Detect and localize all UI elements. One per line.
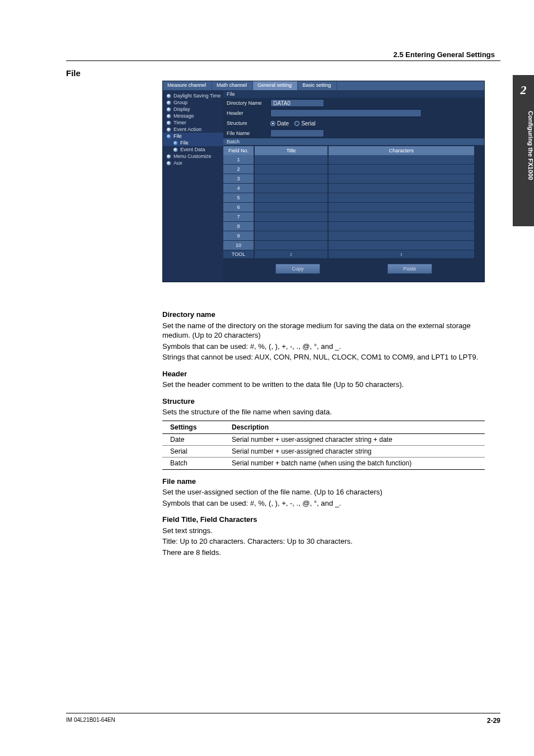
- sidebar-item-dst[interactable]: Daylight Saving Time: [163, 92, 223, 99]
- grid-cell-characters[interactable]: [329, 241, 474, 250]
- structure-option-serial[interactable]: Serial: [294, 120, 316, 127]
- grid-cell-title[interactable]: [255, 193, 327, 203]
- sidebar-item-file[interactable]: File: [163, 133, 223, 139]
- heading-structure: Structure: [162, 396, 485, 407]
- sidebar-item-timer[interactable]: Timer: [163, 119, 223, 126]
- side-menu: Daylight Saving Time Group Display Messa…: [163, 90, 223, 282]
- grid-cell-characters[interactable]: [329, 165, 474, 174]
- grid-cell-title[interactable]: [255, 212, 327, 222]
- grid-cell-characters[interactable]: [329, 212, 474, 222]
- grid-row-num: 3: [223, 174, 254, 184]
- grid-cell-title[interactable]: [255, 165, 327, 174]
- table-cell: Serial number + batch name (when using t…: [224, 458, 485, 469]
- grid-cell-characters[interactable]: [329, 222, 474, 231]
- batch-bar: Batch: [223, 138, 484, 145]
- table-header-settings: Settings: [162, 421, 224, 433]
- radio-icon: [166, 127, 171, 132]
- app-window: Measure channel Math channel General set…: [162, 81, 485, 282]
- sidebar-item-file-sub[interactable]: File: [163, 139, 223, 146]
- sidebar-item-event-action[interactable]: Event Action: [163, 126, 223, 133]
- structure-option-date[interactable]: Date: [270, 120, 289, 127]
- table-cell: Serial: [162, 446, 224, 458]
- paste-button[interactable]: Paste: [387, 264, 432, 274]
- grid-header-characters: Characters: [329, 146, 474, 155]
- radio-icon: [166, 94, 171, 99]
- grid-cell-characters[interactable]: [329, 155, 474, 165]
- body-text: Title: Up to 20 characters. Characters: …: [162, 536, 485, 547]
- body-text: Set the name of the directory on the sto…: [162, 321, 485, 340]
- grid-row-num: 4: [223, 184, 254, 193]
- heading-field-title-characters: Field Title, Field Characters: [162, 515, 485, 525]
- grid-row-num: 5: [223, 193, 254, 203]
- structure-settings-table: Settings Description DateSerial number +…: [162, 421, 485, 470]
- body-text: Sets the structure of the file name when…: [162, 407, 485, 417]
- header-rule: [66, 60, 500, 61]
- radio-icon: [270, 121, 275, 126]
- radio-icon: [173, 147, 178, 152]
- table-header-description: Description: [224, 421, 485, 433]
- copy-button[interactable]: Copy: [275, 264, 320, 274]
- radio-icon: [166, 134, 171, 139]
- heading-directory-name: Directory name: [162, 310, 485, 320]
- sidebar-item-aux[interactable]: Aux: [163, 160, 223, 166]
- tab-measure-channel[interactable]: Measure channel: [163, 81, 212, 90]
- directory-label: Directory Name: [227, 100, 270, 106]
- option-label: Date: [277, 120, 289, 127]
- grid-cell-title[interactable]: [255, 184, 327, 193]
- sidebar-item-menu-customize[interactable]: Menu Customize: [163, 153, 223, 160]
- filename-label: File Name: [227, 130, 270, 136]
- grid-cell-title[interactable]: [255, 222, 327, 231]
- grid-header-fieldno: Field No.: [223, 146, 254, 155]
- header-input[interactable]: [270, 109, 421, 117]
- sidebar-item-event-data[interactable]: Event Data: [163, 146, 223, 153]
- grid-tool-characters-scroll[interactable]: ↕: [329, 250, 474, 258]
- pane-title: File: [223, 90, 484, 98]
- sidebar-item-label: Daylight Saving Time: [174, 93, 221, 99]
- tab-general-setting[interactable]: General setting: [253, 81, 298, 90]
- sidebar-item-display[interactable]: Display: [163, 106, 223, 113]
- sidebar-item-label: Message: [174, 113, 194, 119]
- field-grid: Field No. Title Characters 1 2 3 4 5 6 7…: [223, 146, 484, 258]
- sidebar-item-label: Event Action: [174, 127, 202, 132]
- grid-cell-characters[interactable]: [329, 193, 474, 203]
- grid-cell-title[interactable]: [255, 231, 327, 241]
- body-text: Set the user-assigned section of the fil…: [162, 487, 485, 497]
- section-title: File: [66, 68, 81, 78]
- sidebar-item-group[interactable]: Group: [163, 99, 223, 106]
- tab-math-channel[interactable]: Math channel: [212, 81, 253, 90]
- grid-row-num: 7: [223, 212, 254, 222]
- sidebar-item-message[interactable]: Message: [163, 113, 223, 119]
- sidebar-item-label: Menu Customize: [174, 153, 212, 159]
- grid-row-num: 10: [223, 241, 254, 250]
- sidebar-item-label: Event Data: [180, 147, 205, 152]
- sidebar-item-label: File: [180, 140, 189, 146]
- filename-input[interactable]: [270, 129, 324, 137]
- grid-cell-title[interactable]: [255, 155, 327, 165]
- document-body: Directory name Set the name of the direc…: [162, 303, 485, 559]
- radio-icon: [294, 121, 299, 126]
- grid-cell-characters[interactable]: [329, 231, 474, 241]
- grid-row-num: 2: [223, 165, 254, 174]
- header-label: Header: [227, 110, 270, 116]
- body-text: Set the header comment to be written to …: [162, 380, 485, 390]
- grid-cell-title[interactable]: [255, 174, 327, 184]
- main-tabbar: Measure channel Math channel General set…: [163, 81, 484, 90]
- option-label: Serial: [301, 120, 316, 127]
- heading-file-name: File name: [162, 477, 485, 487]
- grid-tool-title-scroll[interactable]: ↕: [255, 250, 327, 258]
- radio-icon: [166, 161, 171, 166]
- grid-tool-label: TOOL: [223, 250, 254, 258]
- radio-icon: [173, 141, 178, 146]
- grid-cell-title[interactable]: [255, 241, 327, 250]
- table-cell: Batch: [162, 458, 224, 469]
- grid-cell-characters[interactable]: [329, 174, 474, 184]
- sidebar-item-label: Group: [174, 100, 188, 105]
- page-footer: IM 04L21B01-64EN 2-29: [66, 713, 500, 725]
- tab-basic-setting[interactable]: Basic setting: [298, 81, 337, 90]
- grid-cell-title[interactable]: [255, 203, 327, 212]
- grid-cell-characters[interactable]: [329, 184, 474, 193]
- grid-cell-characters[interactable]: [329, 203, 474, 212]
- directory-input[interactable]: DATA0: [270, 99, 324, 107]
- body-text: Symbols that can be used: #, %, (, ), +,…: [162, 498, 485, 508]
- radio-icon: [166, 100, 171, 105]
